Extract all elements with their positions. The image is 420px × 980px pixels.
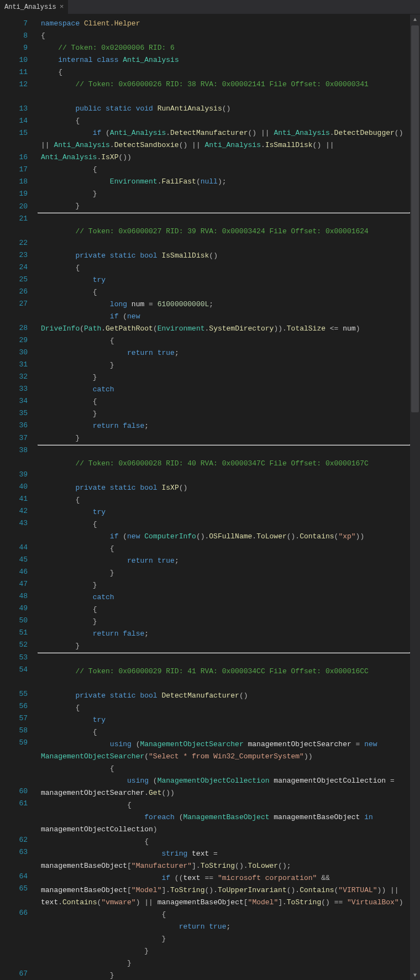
tab-title: Anti_Analysis — [4, 3, 56, 11]
tab-bar: Anti_Analysis × — [0, 0, 420, 14]
ide-window: Anti_Analysis × 789101112 131415 1617181… — [0, 0, 420, 980]
close-icon[interactable]: × — [60, 3, 64, 11]
scrollbar-thumb[interactable] — [411, 25, 419, 412]
editor: 789101112 131415 161718192021 2223242526… — [0, 14, 420, 980]
scroll-up-icon[interactable]: ▲ — [410, 14, 420, 24]
vertical-scrollbar[interactable]: ▲ ▼ — [410, 14, 420, 980]
line-gutter: 789101112 131415 161718192021 2223242526… — [0, 14, 38, 980]
tab-anti-analysis[interactable]: Anti_Analysis × — [0, 0, 69, 14]
scroll-down-icon[interactable]: ▼ — [410, 970, 420, 980]
code-area[interactable]: namespace Client.Helper{ // Token: 0x020… — [38, 14, 410, 980]
